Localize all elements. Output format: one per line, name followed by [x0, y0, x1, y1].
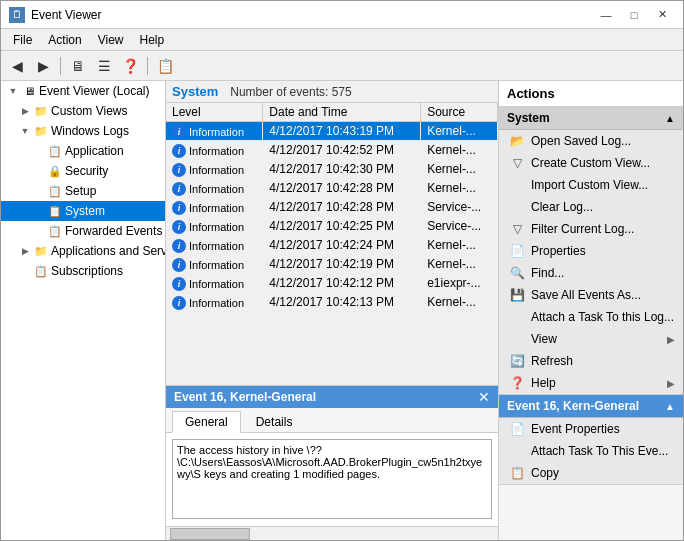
action-copy[interactable]: 📋 Copy — [499, 462, 683, 484]
table-row[interactable]: iInformation4/12/2017 10:43:19 PMKernel-… — [166, 122, 498, 141]
action-view[interactable]: View ▶ — [499, 328, 683, 350]
tree-item-windows-logs[interactable]: ▼ 📁 Windows Logs — [1, 121, 165, 141]
apps-icon: 📁 — [33, 243, 49, 259]
custom-views-label: Custom Views — [51, 104, 127, 118]
help-icon: ❓ — [509, 375, 525, 391]
cell-level: iInformation — [166, 179, 263, 198]
tree-item-custom-views[interactable]: ▶ 📁 Custom Views — [1, 101, 165, 121]
system-icon: 📋 — [47, 203, 63, 219]
toolbar-forward[interactable]: ▶ — [31, 55, 55, 77]
action-attach-task-log[interactable]: Attach a Task To this Log... — [499, 306, 683, 328]
setup-icon: 📋 — [47, 183, 63, 199]
tree-item-setup[interactable]: 📋 Setup — [1, 181, 165, 201]
action-import-custom[interactable]: Import Custom View... — [499, 174, 683, 196]
toolbar-extra[interactable]: 📋 — [153, 55, 177, 77]
menu-view[interactable]: View — [90, 31, 132, 49]
action-open-saved[interactable]: 📂 Open Saved Log... — [499, 130, 683, 152]
menu-help[interactable]: Help — [132, 31, 173, 49]
cell-source: Kernel-... — [421, 160, 498, 179]
filter-icon: ▽ — [509, 221, 525, 237]
toolbar-back[interactable]: ◀ — [5, 55, 29, 77]
actions-section-system: System ▲ 📂 Open Saved Log... ▽ Create Cu… — [499, 107, 683, 395]
table-row[interactable]: iInformation4/12/2017 10:42:28 PMKernel-… — [166, 179, 498, 198]
table-row[interactable]: iInformation4/12/2017 10:42:30 PMKernel-… — [166, 160, 498, 179]
table-row[interactable]: iInformation4/12/2017 10:42:13 PMKernel-… — [166, 293, 498, 312]
cell-source: Service-... — [421, 198, 498, 217]
action-clear-log[interactable]: Clear Log... — [499, 196, 683, 218]
copy-label: Copy — [531, 466, 675, 480]
section-system-header[interactable]: System ▲ — [499, 107, 683, 130]
table-row[interactable]: iInformation4/12/2017 10:42:52 PMKernel-… — [166, 141, 498, 160]
tree-item-forwarded[interactable]: 📋 Forwarded Events — [1, 221, 165, 241]
root-expand-icon: ▼ — [5, 86, 21, 96]
table-row[interactable]: iInformation4/12/2017 10:42:28 PMService… — [166, 198, 498, 217]
action-properties[interactable]: 📄 Properties — [499, 240, 683, 262]
actions-header: Actions — [499, 81, 683, 107]
table-row[interactable]: iInformation4/12/2017 10:42:19 PMKernel-… — [166, 255, 498, 274]
maximize-button[interactable]: □ — [621, 5, 647, 25]
section-system-label: System — [507, 111, 550, 125]
close-button[interactable]: ✕ — [649, 5, 675, 25]
cell-datetime: 4/12/2017 10:42:52 PM — [263, 141, 421, 160]
section-event-arrow: ▲ — [665, 401, 675, 412]
action-attach-task-event[interactable]: Attach Task To This Eve... — [499, 440, 683, 462]
horizontal-scrollbar[interactable] — [166, 526, 498, 540]
cell-level: iInformation — [166, 255, 263, 274]
action-event-properties[interactable]: 📄 Event Properties — [499, 418, 683, 440]
table-row[interactable]: iInformation4/12/2017 10:42:12 PMe1iexpr… — [166, 274, 498, 293]
section-event-label: Event 16, Kern-General — [507, 399, 639, 413]
action-help[interactable]: ❓ Help ▶ — [499, 372, 683, 394]
cell-source: Service-... — [421, 217, 498, 236]
action-find[interactable]: 🔍 Find... — [499, 262, 683, 284]
action-save-all[interactable]: 💾 Save All Events As... — [499, 284, 683, 306]
create-custom-label: Create Custom View... — [531, 156, 675, 170]
cell-level: iInformation — [166, 236, 263, 255]
cell-source: Kernel-... — [421, 141, 498, 160]
event-detail-close-button[interactable]: ✕ — [478, 389, 490, 405]
view-icon — [509, 331, 525, 347]
tree-item-system[interactable]: 📋 System — [1, 201, 165, 221]
cell-datetime: 4/12/2017 10:42:25 PM — [263, 217, 421, 236]
h-scroll-thumb[interactable] — [170, 528, 250, 540]
tab-general[interactable]: General — [172, 411, 241, 433]
section-system-arrow: ▲ — [665, 113, 675, 124]
cell-datetime: 4/12/2017 10:42:28 PM — [263, 198, 421, 217]
cell-datetime: 4/12/2017 10:42:19 PM — [263, 255, 421, 274]
toolbar-sep-1 — [60, 57, 61, 75]
tab-details[interactable]: Details — [243, 411, 306, 432]
help-label: Help — [531, 376, 661, 390]
tree-root[interactable]: ▼ 🖥 Event Viewer (Local) — [1, 81, 165, 101]
cell-level: iInformation — [166, 160, 263, 179]
toolbar-computer[interactable]: 🖥 — [66, 55, 90, 77]
attach-log-label: Attach a Task To this Log... — [531, 310, 675, 324]
menu-file[interactable]: File — [5, 31, 40, 49]
event-props-label: Event Properties — [531, 422, 675, 436]
action-refresh[interactable]: 🔄 Refresh — [499, 350, 683, 372]
import-icon — [509, 177, 525, 193]
section-event-header[interactable]: Event 16, Kern-General ▲ — [499, 395, 683, 418]
toolbar-list[interactable]: ☰ — [92, 55, 116, 77]
cell-source: e1iexpr-... — [421, 274, 498, 293]
table-header-row: Level Date and Time Source — [166, 103, 498, 122]
col-datetime: Date and Time — [263, 103, 421, 122]
tree-item-security[interactable]: 🔒 Security — [1, 161, 165, 181]
event-detail-text[interactable] — [172, 439, 492, 519]
table-row[interactable]: iInformation4/12/2017 10:42:24 PMKernel-… — [166, 236, 498, 255]
tree-item-apps-services[interactable]: ▶ 📁 Applications and Serv... — [1, 241, 165, 261]
right-panel: Actions System ▲ 📂 Open Saved Log... ▽ C… — [498, 81, 683, 540]
action-create-custom[interactable]: ▽ Create Custom View... — [499, 152, 683, 174]
table-header: Level Date and Time Source — [166, 103, 498, 122]
table-row[interactable]: iInformation4/12/2017 10:42:25 PMService… — [166, 217, 498, 236]
tree-item-subscriptions[interactable]: 📋 Subscriptions — [1, 261, 165, 281]
toolbar-help[interactable]: ❓ — [118, 55, 142, 77]
event-table[interactable]: Level Date and Time Source iInformation4… — [166, 103, 498, 385]
import-label: Import Custom View... — [531, 178, 675, 192]
tree-item-application[interactable]: 📋 Application — [1, 141, 165, 161]
minimize-button[interactable]: — — [593, 5, 619, 25]
menu-action[interactable]: Action — [40, 31, 89, 49]
application-label: Application — [65, 144, 124, 158]
properties-label: Properties — [531, 244, 675, 258]
action-filter[interactable]: ▽ Filter Current Log... — [499, 218, 683, 240]
forwarded-icon: 📋 — [47, 223, 63, 239]
security-label: Security — [65, 164, 108, 178]
